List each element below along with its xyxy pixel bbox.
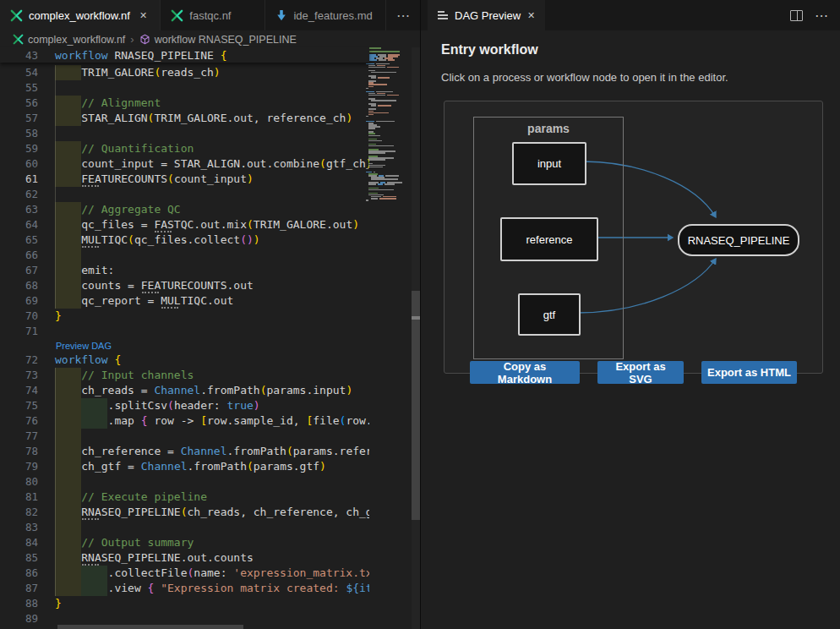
- code-line-79[interactable]: 79ch_gtf = Channel.fromPath(params.gtf): [0, 459, 369, 474]
- minimap-line: [366, 116, 368, 118]
- copy-as-markdown-button[interactable]: Copy as Markdown: [470, 361, 580, 384]
- split-editor-icon[interactable]: [790, 10, 803, 21]
- code-line-86[interactable]: 86.collectFile(name: 'expression_matrix.…: [0, 566, 369, 581]
- tab-close-icon[interactable]: ✕: [527, 10, 535, 21]
- editor-tabbar: complex_workflow.nf ✕ fastqc.nf ide_feat…: [0, 0, 420, 30]
- code-line-55[interactable]: 55: [0, 80, 369, 96]
- tab-overflow-icon[interactable]: ⋯: [386, 0, 420, 30]
- code-line-72[interactable]: 72workflow {: [0, 353, 369, 368]
- indent-guide: [55, 156, 56, 172]
- codelens-preview-dag[interactable]: Preview DAG: [0, 339, 369, 353]
- indent-highlight: [55, 490, 81, 505]
- code-token: (: [128, 233, 134, 246]
- minimap-line: [371, 178, 398, 180]
- code-token: // Input channels: [81, 369, 194, 381]
- minimap-line: [368, 95, 385, 96]
- line-number: 84: [0, 535, 38, 550]
- code-text: qc_report = MULTIQC.out: [81, 293, 233, 309]
- code-line-88[interactable]: 88}: [0, 596, 369, 611]
- indent-guide: [55, 383, 56, 398]
- code-line-65[interactable]: 65MULTIQC(qc_files.collect()): [0, 232, 369, 248]
- code-line-57[interactable]: 57STAR_ALIGN(TRIM_GALORE.out, reference_…: [0, 111, 369, 126]
- code-line-67[interactable]: 67emit:: [0, 263, 369, 278]
- node-input[interactable]: input: [512, 142, 586, 185]
- breadcrumb-file[interactable]: complex_workflow.nf: [28, 34, 125, 46]
- code-token: row ->: [148, 414, 201, 427]
- indent-guide: [55, 141, 56, 156]
- horizontal-scrollbar[interactable]: [55, 624, 369, 629]
- code-line-87[interactable]: 87.view { "Expression matrix created: ${…: [0, 581, 369, 596]
- tab-fastqc[interactable]: fastqc.nf: [161, 0, 265, 30]
- minimap-line: [387, 95, 399, 96]
- code-line-69[interactable]: 69qc_report = MULTIQC.out: [0, 293, 369, 309]
- code-line-75[interactable]: 75.splitCsv(header: true): [0, 398, 369, 413]
- code-token: ch_reads, ch_reference, ch_gtf): [188, 506, 369, 518]
- code-line-62[interactable]: 62: [0, 187, 369, 202]
- horizontal-scrollbar-thumb[interactable]: [57, 625, 243, 629]
- code-line-70[interactable]: 70}: [0, 309, 369, 324]
- code-line-81[interactable]: 81// Execute pipeline: [0, 490, 369, 505]
- code-token: // Output summary: [81, 536, 194, 549]
- indent-guide: [55, 172, 56, 187]
- indent-guide: [55, 217, 56, 232]
- code-line-61[interactable]: 61FEATURECOUNTS(count_input): [0, 172, 369, 187]
- tab-label: fastqc.nf: [189, 9, 231, 22]
- code-token: counts =: [81, 279, 140, 292]
- line-number: 75: [0, 398, 38, 413]
- node-gtf[interactable]: gtf: [518, 293, 581, 336]
- code-line-77[interactable]: 77: [0, 429, 369, 444]
- code-line-66[interactable]: 66: [0, 248, 369, 263]
- vertical-scrollbar[interactable]: [412, 47, 420, 629]
- code-line-84[interactable]: 84// Output summary: [0, 535, 369, 550]
- code-line-68[interactable]: 68counts = FEATURECOUNTS.out: [0, 278, 369, 293]
- sticky-scroll-line[interactable]: 43 workflow RNASEQ_PIPELINE {: [0, 47, 369, 63]
- code-line-82[interactable]: 82RNASEQ_PIPELINE(ch_reads, ch_reference…: [0, 505, 369, 520]
- tab-close-icon[interactable]: ✕: [139, 10, 147, 21]
- minimap-line: [376, 121, 395, 123]
- node-rnaseq-pipeline[interactable]: RNASEQ_PIPELINE: [678, 224, 799, 256]
- minimap-line: [366, 168, 368, 170]
- code-line-54[interactable]: 54TRIM_GALORE(reads_ch): [0, 65, 369, 80]
- minimap-line: [368, 135, 380, 137]
- minimap-line: [368, 128, 375, 129]
- tab-complex-workflow[interactable]: complex_workflow.nf ✕: [0, 0, 161, 30]
- tab-ide-features[interactable]: ide_features.md: [265, 0, 386, 30]
- node-reference[interactable]: reference: [500, 217, 598, 261]
- code-line-78[interactable]: 78ch_reference = Channel.fromPath(params…: [0, 444, 369, 459]
- code-line-73[interactable]: 73// Input channels: [0, 368, 369, 383]
- vertical-scrollbar-thumb[interactable]: [412, 291, 420, 520]
- indent-highlight: [55, 217, 81, 232]
- code-line-83[interactable]: 83: [0, 520, 369, 535]
- breadcrumb-symbol[interactable]: workflow RNASEQ_PIPELINE: [155, 34, 297, 46]
- code-line-60[interactable]: 60count_input = STAR_ALIGN.out.combine(g…: [0, 156, 369, 172]
- code-line-59[interactable]: 59// Quantification: [0, 141, 369, 156]
- minimap-line: [368, 145, 394, 147]
- code-line-58[interactable]: 58: [0, 126, 369, 141]
- code-line-64[interactable]: 64qc_files = FASTQC.out.mix(TRIM_GALORE.…: [0, 217, 369, 232]
- code-line-71[interactable]: 71: [0, 324, 369, 339]
- tab-dag-preview[interactable]: DAG Preview ✕: [428, 0, 545, 30]
- editor-group: complex_workflow.nf ✕ fastqc.nf ide_feat…: [0, 0, 420, 629]
- code-line-80[interactable]: 80: [0, 474, 369, 490]
- code-line-56[interactable]: 56// Alignment: [0, 96, 369, 111]
- line-number: 54: [0, 65, 38, 80]
- code-line-85[interactable]: 85RNASEQ_PIPELINE.out.counts: [0, 550, 369, 566]
- code-token: ): [254, 399, 260, 412]
- code-token: TRIM_GALORE.out, reference_ch: [154, 112, 346, 124]
- code-line-63[interactable]: 63// Aggregate QC: [0, 202, 369, 217]
- more-actions-icon[interactable]: ⋯: [815, 8, 828, 24]
- indent-highlight: [81, 581, 107, 596]
- export-as-svg-button[interactable]: Export as SVG: [597, 361, 684, 384]
- code-line-76[interactable]: 76.map { row -> [row.sample_id, [file(ro…: [0, 413, 369, 429]
- workflow-cube-icon: [139, 34, 150, 45]
- code-line-74[interactable]: 74ch_reads = Channel.fromPath(params.inp…: [0, 383, 369, 398]
- indent-highlight: [55, 444, 81, 459]
- code-token: Channel: [181, 445, 227, 457]
- export-as-html-button[interactable]: Export as HTML: [701, 361, 797, 384]
- indent-highlight: [55, 398, 81, 413]
- minimap[interactable]: [364, 47, 411, 216]
- line-number: 86: [0, 566, 38, 581]
- indent-guide: [55, 368, 56, 383]
- indent-highlight: [81, 413, 107, 429]
- hinted-identifier: MULTIQC: [161, 293, 207, 309]
